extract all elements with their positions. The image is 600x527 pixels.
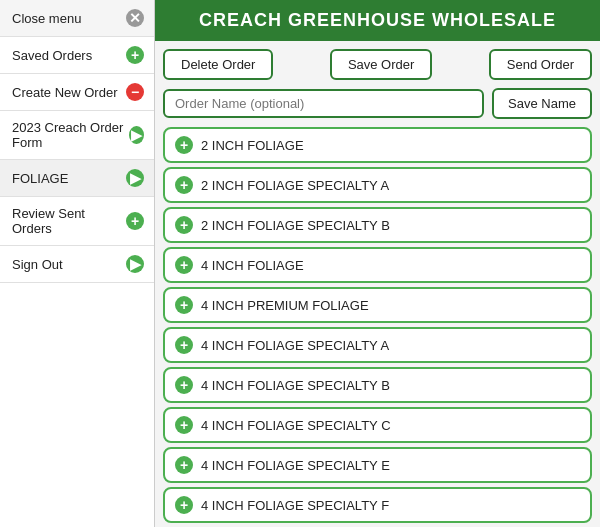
- category-label: 4 INCH FOLIAGE SPECIALTY E: [201, 458, 390, 473]
- category-item-2-inch-foliage-specialty-b[interactable]: +2 INCH FOLIAGE SPECIALTY B: [163, 207, 592, 243]
- order-name-input[interactable]: [163, 89, 484, 118]
- category-label: 2 INCH FOLIAGE: [201, 138, 304, 153]
- delete-order-button[interactable]: Delete Order: [163, 49, 273, 80]
- category-list: +2 INCH FOLIAGE+2 INCH FOLIAGE SPECIALTY…: [155, 127, 600, 527]
- sidebar-item-foliage[interactable]: FOLIAGE▶: [0, 160, 154, 197]
- category-item-4-inch-foliage-specialty-e[interactable]: +4 INCH FOLIAGE SPECIALTY E: [163, 447, 592, 483]
- category-item-4-inch-foliage-specialty-b[interactable]: +4 INCH FOLIAGE SPECIALTY B: [163, 367, 592, 403]
- minus-icon: −: [126, 83, 144, 101]
- category-item-4-inch-premium-foliage[interactable]: +4 INCH PREMIUM FOLIAGE: [163, 287, 592, 323]
- category-label: 4 INCH FOLIAGE: [201, 258, 304, 273]
- category-item-4-inch-foliage-specialty-f[interactable]: +4 INCH FOLIAGE SPECIALTY F: [163, 487, 592, 523]
- category-item-4-inch-foliage[interactable]: +4 INCH FOLIAGE: [163, 247, 592, 283]
- add-category-icon: +: [175, 296, 193, 314]
- category-label: 4 INCH PREMIUM FOLIAGE: [201, 298, 369, 313]
- category-label: 4 INCH FOLIAGE SPECIALTY F: [201, 498, 389, 513]
- category-label: 4 INCH FOLIAGE SPECIALTY B: [201, 378, 390, 393]
- order-name-row: Save Name: [155, 88, 600, 127]
- close-icon: ✕: [126, 9, 144, 27]
- app-title: CREACH GREENHOUSE WHOLESALE: [199, 10, 556, 30]
- arrow-icon: ▶: [129, 126, 144, 144]
- sidebar-item-saved-orders[interactable]: Saved Orders+: [0, 37, 154, 74]
- add-category-icon: +: [175, 416, 193, 434]
- sidebar-item-label: Saved Orders: [12, 48, 92, 63]
- sidebar-item-order-form[interactable]: 2023 Creach Order Form▶: [0, 111, 154, 160]
- sidebar-item-label: FOLIAGE: [12, 171, 68, 186]
- main-content: CREACH GREENHOUSE WHOLESALE Delete Order…: [155, 0, 600, 527]
- category-label: 2 INCH FOLIAGE SPECIALTY A: [201, 178, 389, 193]
- add-category-icon: +: [175, 376, 193, 394]
- category-label: 4 INCH FOLIAGE SPECIALTY A: [201, 338, 389, 353]
- category-label: 2 INCH FOLIAGE SPECIALTY B: [201, 218, 390, 233]
- category-item-2-inch-foliage-specialty-a[interactable]: +2 INCH FOLIAGE SPECIALTY A: [163, 167, 592, 203]
- plus-icon: +: [126, 212, 144, 230]
- sidebar-item-create-new-order[interactable]: Create New Order−: [0, 74, 154, 111]
- app-header: CREACH GREENHOUSE WHOLESALE: [155, 0, 600, 41]
- add-category-icon: +: [175, 136, 193, 154]
- add-category-icon: +: [175, 256, 193, 274]
- add-category-icon: +: [175, 216, 193, 234]
- add-category-icon: +: [175, 456, 193, 474]
- sidebar: Close menu✕Saved Orders+Create New Order…: [0, 0, 155, 527]
- send-order-button[interactable]: Send Order: [489, 49, 592, 80]
- arrow-icon: ▶: [126, 255, 144, 273]
- plus-icon: +: [126, 46, 144, 64]
- sidebar-item-sign-out[interactable]: Sign Out▶: [0, 246, 154, 283]
- toolbar: Delete Order Save Order Send Order: [155, 41, 600, 88]
- save-order-button[interactable]: Save Order: [330, 49, 432, 80]
- category-label: 4 INCH FOLIAGE SPECIALTY C: [201, 418, 391, 433]
- save-name-button[interactable]: Save Name: [492, 88, 592, 119]
- category-item-4-inch-foliage-specialty-c[interactable]: +4 INCH FOLIAGE SPECIALTY C: [163, 407, 592, 443]
- add-category-icon: +: [175, 496, 193, 514]
- category-item-2-inch-foliage[interactable]: +2 INCH FOLIAGE: [163, 127, 592, 163]
- category-item-4-inch-foliage-specialty-a[interactable]: +4 INCH FOLIAGE SPECIALTY A: [163, 327, 592, 363]
- sidebar-item-label: Review Sent Orders: [12, 206, 126, 236]
- sidebar-item-close-menu[interactable]: Close menu✕: [0, 0, 154, 37]
- sidebar-item-label: Sign Out: [12, 257, 63, 272]
- sidebar-item-label: Create New Order: [12, 85, 117, 100]
- add-category-icon: +: [175, 176, 193, 194]
- sidebar-item-label: Close menu: [12, 11, 81, 26]
- sidebar-item-label: 2023 Creach Order Form: [12, 120, 129, 150]
- add-category-icon: +: [175, 336, 193, 354]
- sidebar-item-review-sent-orders[interactable]: Review Sent Orders+: [0, 197, 154, 246]
- arrow-icon: ▶: [126, 169, 144, 187]
